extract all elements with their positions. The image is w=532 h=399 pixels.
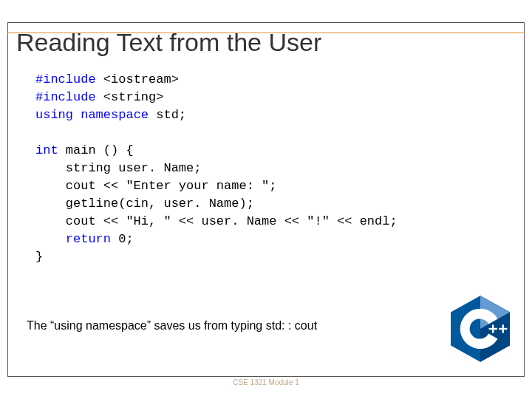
svg-rect-6 xyxy=(499,328,507,330)
slide: Reading Text from the User #include <ios… xyxy=(0,0,532,399)
slide-title: Reading Text from the User xyxy=(16,28,321,57)
code-kw: namespace xyxy=(81,108,149,122)
code-text: getline(cin, user. Name); xyxy=(35,197,254,211)
svg-rect-4 xyxy=(489,328,497,330)
code-text: string user. Name; xyxy=(35,161,201,175)
code-text xyxy=(73,108,81,122)
code-text: } xyxy=(35,250,43,264)
code-kw: using xyxy=(35,108,73,122)
code-text: 0; xyxy=(111,232,134,246)
code-kw: return xyxy=(66,232,111,246)
cpp-logo-icon xyxy=(451,296,510,362)
code-text: <string> xyxy=(96,90,164,104)
code-text: std; xyxy=(149,108,186,122)
code-text xyxy=(35,232,66,246)
code-kw: #include xyxy=(35,72,96,86)
slide-note: The “using namespace” saves us from typi… xyxy=(27,319,317,332)
code-kw: int xyxy=(35,143,58,157)
code-text: cout << "Hi, " << user. Name << "!" << e… xyxy=(35,214,398,228)
code-text: main () { xyxy=(58,143,134,157)
code-kw: #include xyxy=(35,90,96,104)
code-text: <iostream> xyxy=(96,72,179,86)
code-block: #include <iostream> #include <string> us… xyxy=(35,71,398,266)
code-text: cout << "Enter your name: "; xyxy=(35,179,276,193)
footer-center: CSE 1321 Module 1 xyxy=(233,378,299,386)
